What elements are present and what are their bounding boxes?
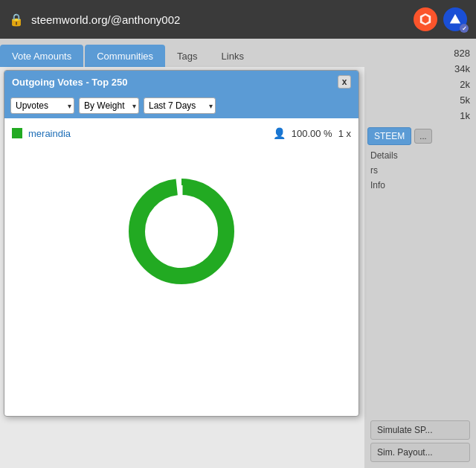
donut-chart-area bbox=[10, 157, 353, 306]
time-range-select[interactable]: Last 7 Days Last 30 Days All Time bbox=[144, 97, 216, 114]
sort-by-select-wrapper: By Weight By Count By Value bbox=[79, 97, 139, 114]
simulate-sp-button[interactable]: Simulate SP... bbox=[370, 420, 470, 440]
vote-type-select[interactable]: Upvotes Downvotes All bbox=[10, 97, 74, 114]
tabs-bar: Vote Amounts Communities Tags Links bbox=[0, 39, 364, 67]
steem-icon[interactable]: ✓ bbox=[443, 7, 467, 31]
popup-header: Outgoing Votes - Top 250 x bbox=[4, 71, 358, 93]
vote-row: meraindia 👤 100.00 % 1 x bbox=[10, 124, 353, 142]
bottom-buttons: Simulate SP... Sim. Payout... bbox=[367, 417, 473, 465]
right-panel: 828 34k 2k 5k 1k STEEM ... Details rs In… bbox=[364, 39, 476, 468]
left-panel: Vote Amounts Communities Tags Links Outg… bbox=[0, 39, 364, 468]
more-options-button[interactable]: ... bbox=[414, 129, 431, 144]
value-1: 828 bbox=[454, 48, 470, 59]
right-values: 828 34k 2k 5k 1k bbox=[367, 42, 473, 127]
sort-by-select[interactable]: By Weight By Count By Value bbox=[79, 97, 139, 114]
check-badge: ✓ bbox=[460, 24, 469, 33]
browser-chrome: 🔒 steemworld.org/@anthony002 ✓ bbox=[0, 0, 476, 39]
vote-type-select-wrapper: Upvotes Downvotes All bbox=[10, 97, 74, 114]
vote-color-indicator bbox=[12, 128, 22, 138]
steem-btn-row: STEEM ... bbox=[367, 127, 473, 145]
donut-chart bbox=[122, 172, 241, 291]
rs-link[interactable]: rs bbox=[367, 163, 473, 178]
vote-account-name[interactable]: meraindia bbox=[28, 128, 267, 139]
steem-button[interactable]: STEEM bbox=[367, 127, 411, 145]
value-2: 34k bbox=[454, 63, 470, 74]
account-type-icon: 👤 bbox=[273, 127, 286, 139]
time-range-select-wrapper: Last 7 Days Last 30 Days All Time bbox=[144, 97, 216, 114]
value-3: 2k bbox=[460, 79, 470, 90]
tab-links[interactable]: Links bbox=[210, 45, 256, 67]
popup-title: Outgoing Votes - Top 250 bbox=[12, 77, 128, 88]
popup-close-button[interactable]: x bbox=[338, 75, 351, 89]
url-bar: steemworld.org/@anthony002 bbox=[31, 13, 406, 26]
svg-marker-2 bbox=[450, 14, 460, 24]
lock-icon: 🔒 bbox=[9, 13, 24, 27]
outgoing-votes-popup: Outgoing Votes - Top 250 x Upvotes Downv… bbox=[4, 70, 359, 417]
info-link[interactable]: Info bbox=[367, 178, 473, 193]
brave-icon[interactable] bbox=[414, 7, 437, 31]
popup-filters: Upvotes Downvotes All By Weight By Count… bbox=[4, 93, 358, 118]
value-4: 5k bbox=[460, 94, 470, 106]
popup-body: meraindia 👤 100.00 % 1 x bbox=[4, 118, 358, 416]
tab-vote-amounts[interactable]: Vote Amounts bbox=[0, 45, 83, 67]
browser-icons: ✓ bbox=[414, 7, 467, 31]
tab-tags[interactable]: Tags bbox=[165, 45, 209, 67]
tab-communities[interactable]: Communities bbox=[85, 45, 165, 67]
value-5: 1k bbox=[460, 110, 470, 121]
details-link[interactable]: Details bbox=[367, 148, 473, 163]
vote-percentage: 100.00 % bbox=[292, 128, 332, 139]
sim-payout-button[interactable]: Sim. Payout... bbox=[370, 443, 470, 462]
vote-count: 1 x bbox=[338, 128, 351, 139]
main-content: Vote Amounts Communities Tags Links Outg… bbox=[0, 39, 476, 468]
